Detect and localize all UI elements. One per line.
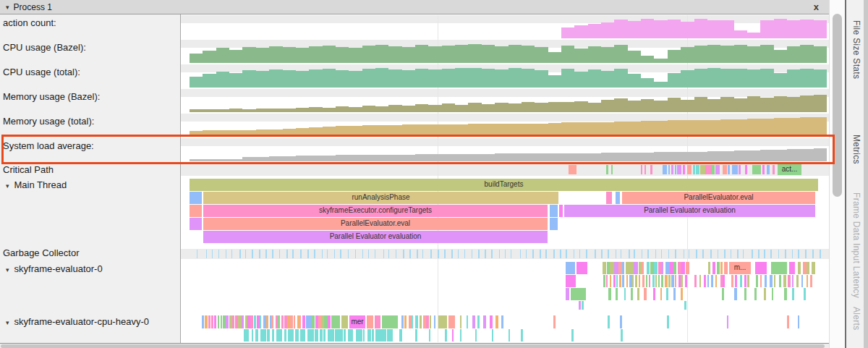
- trace-tick[interactable]: [647, 250, 648, 258]
- trace-tick[interactable]: [668, 275, 671, 287]
- counter-chart-system-load-average[interactable]: [181, 140, 829, 161]
- counter-chart-action-count[interactable]: [181, 17, 829, 38]
- trace-tick[interactable]: [629, 250, 630, 258]
- trace-tick[interactable]: [626, 275, 629, 287]
- trace-slice-parallel-evaluator-evaluation[interactable]: Parallel Evaluator evaluation: [203, 231, 548, 243]
- trace-tick[interactable]: [616, 275, 618, 287]
- trace-tick[interactable]: [807, 275, 808, 287]
- trace-tick[interactable]: [743, 250, 744, 258]
- trace-tick[interactable]: [526, 250, 527, 258]
- trace-tick[interactable]: [624, 288, 626, 300]
- trace-tick[interactable]: [250, 315, 253, 328]
- trace-tick[interactable]: [708, 262, 710, 274]
- trace-slice[interactable]: [798, 315, 799, 328]
- trace-tick[interactable]: [403, 250, 404, 258]
- tab-alerts[interactable]: Alerts: [851, 307, 861, 330]
- trace-tick[interactable]: [675, 165, 676, 174]
- trace-tick[interactable]: [686, 262, 689, 274]
- trace-tick[interactable]: [724, 250, 725, 258]
- trace-slice[interactable]: [382, 315, 398, 328]
- trace-tick[interactable]: [711, 275, 713, 287]
- trace-tick[interactable]: [632, 275, 634, 287]
- trace-tick[interactable]: [796, 275, 799, 287]
- trace-tick[interactable]: [312, 315, 315, 328]
- vertical-scrollbar-thumb[interactable]: [833, 14, 842, 197]
- trace-tick[interactable]: [712, 165, 715, 174]
- trace-tick[interactable]: [621, 250, 622, 258]
- trace-tick[interactable]: [622, 275, 624, 287]
- trace-tick[interactable]: [404, 315, 407, 328]
- trace-tick[interactable]: [779, 275, 781, 287]
- trace-tick[interactable]: [608, 288, 610, 300]
- trace-tick[interactable]: [704, 275, 706, 287]
- trace-tick[interactable]: [650, 262, 654, 274]
- trace-tick[interactable]: [259, 250, 260, 258]
- trace-tick[interactable]: [501, 315, 504, 328]
- counter-chart-memory-usage-bazel[interactable]: [181, 90, 829, 112]
- trace-tick[interactable]: [295, 329, 299, 341]
- trace-tick[interactable]: [483, 315, 486, 328]
- trace-slice[interactable]: [787, 315, 789, 328]
- trace-tick[interactable]: [752, 250, 753, 258]
- trace-tick[interactable]: [267, 329, 270, 341]
- trace-tick[interactable]: [606, 275, 608, 287]
- trace-tick[interactable]: [812, 250, 814, 258]
- trace-tick[interactable]: [720, 262, 723, 274]
- counter-chart-cpu-usage-total[interactable]: [181, 66, 829, 88]
- trace-tick[interactable]: [409, 250, 411, 258]
- trace-tick[interactable]: [754, 288, 756, 300]
- trace-tick[interactable]: [586, 250, 587, 258]
- trace-tick[interactable]: [206, 250, 208, 258]
- trace-tick[interactable]: [661, 262, 663, 274]
- process-header[interactable]: ▾ Process 1 x: [0, 0, 829, 14]
- trace-tick[interactable]: [232, 315, 234, 328]
- trace-tick[interactable]: [668, 165, 670, 174]
- trace-tick[interactable]: [668, 250, 669, 258]
- trace-tick[interactable]: [331, 329, 334, 341]
- collapse-arrow-icon[interactable]: ▾: [6, 266, 9, 273]
- trace-tick[interactable]: [300, 250, 302, 258]
- trace-tick[interactable]: [311, 329, 314, 341]
- trace-tick[interactable]: [735, 275, 737, 287]
- trace-tick[interactable]: [774, 275, 775, 287]
- trace-tick[interactable]: [383, 329, 387, 341]
- trace-tick[interactable]: [472, 250, 473, 258]
- trace-slice[interactable]: [566, 275, 576, 287]
- trace-tick[interactable]: [451, 250, 453, 258]
- trace-tick[interactable]: [792, 250, 793, 258]
- trace-tick[interactable]: [760, 275, 762, 287]
- tab-input-latency[interactable]: Input Latency: [851, 243, 861, 298]
- trace-tick[interactable]: [616, 250, 616, 258]
- trace-tick[interactable]: [778, 250, 780, 258]
- trace-tick[interactable]: [438, 250, 439, 258]
- trace-tick[interactable]: [569, 165, 576, 174]
- trace-tick[interactable]: [762, 165, 765, 174]
- trace-slice[interactable]: [331, 315, 340, 328]
- trace-tick[interactable]: [505, 250, 506, 258]
- trace-tick[interactable]: [460, 329, 462, 341]
- trace-slice[interactable]: [553, 315, 556, 328]
- trace-slice[interactable]: [566, 288, 569, 300]
- trace-tick[interactable]: [694, 275, 697, 287]
- trace-tick[interactable]: [793, 262, 795, 274]
- trace-tick[interactable]: [642, 275, 645, 287]
- trace-tick[interactable]: [238, 315, 241, 328]
- close-button[interactable]: x: [814, 1, 819, 12]
- trace-tick[interactable]: [644, 165, 646, 174]
- trace-tick[interactable]: [675, 275, 677, 287]
- trace-tick[interactable]: [610, 262, 613, 274]
- trace-tick[interactable]: [320, 329, 323, 341]
- trace-tick[interactable]: [362, 250, 364, 258]
- trace-tick[interactable]: [279, 250, 280, 258]
- trace-tick[interactable]: [661, 275, 663, 287]
- trace-slice-runanalysisphase[interactable]: runAnalysisPhase: [203, 192, 558, 204]
- trace-tick[interactable]: [579, 250, 580, 258]
- trace-tick[interactable]: [278, 315, 280, 328]
- trace-tick[interactable]: [663, 165, 667, 174]
- trace-slice-parallelevaluator-eval[interactable]: ParallelEvaluator.eval: [622, 192, 815, 204]
- trace-tick[interactable]: [460, 315, 461, 328]
- trace-slice-skyframeexecutor-configuretargets[interactable]: skyframeExecutor.configureTargets: [203, 205, 548, 217]
- vertical-scrollbar[interactable]: [829, 0, 845, 348]
- trace-tick[interactable]: [792, 275, 793, 287]
- trace-slice-buildtargets[interactable]: buildTargets: [190, 179, 818, 191]
